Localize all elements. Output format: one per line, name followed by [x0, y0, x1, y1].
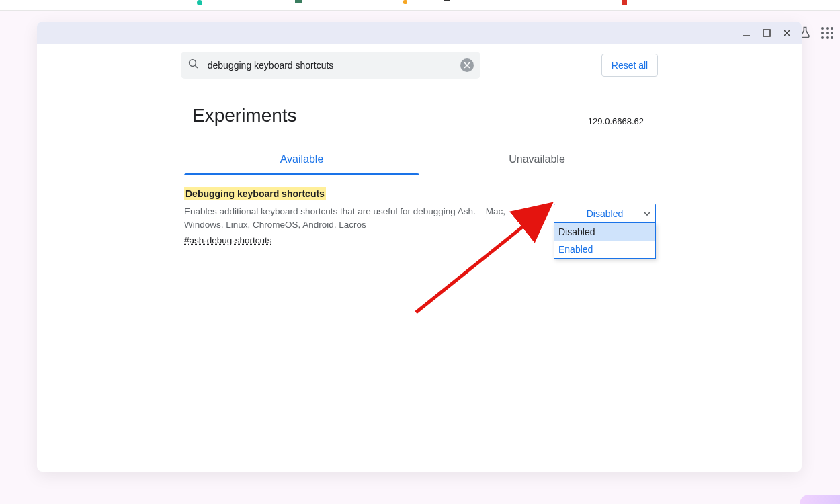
tab-bar: Available Unavailable	[184, 145, 655, 175]
browser-shelf	[0, 0, 840, 11]
reset-all-button[interactable]: Reset all	[601, 54, 658, 77]
flag-select[interactable]: Disabled Disabled Enabled	[554, 204, 655, 245]
flag-hash: #ash-debug-shortcuts	[184, 235, 538, 245]
flag-option-disabled[interactable]: Disabled	[554, 223, 655, 241]
header: Reset all	[37, 44, 802, 87]
svg-rect-1	[763, 30, 770, 36]
page-title: Experiments	[192, 105, 297, 126]
flag-option-enabled[interactable]: Enabled	[554, 241, 655, 258]
favicon-dot	[197, 0, 202, 5]
flag-dropdown[interactable]: Disabled Enabled	[554, 222, 656, 259]
favicon-dot	[403, 0, 407, 4]
maximize-button[interactable]	[760, 26, 773, 40]
window-titlebar	[37, 22, 802, 44]
favicon-dot	[622, 0, 627, 5]
favicon-dot	[295, 0, 302, 3]
minimize-button[interactable]	[740, 26, 753, 40]
svg-point-4	[189, 60, 196, 67]
flag-select-value: Disabled	[587, 208, 623, 219]
close-button[interactable]	[780, 26, 794, 40]
tab-available[interactable]: Available	[184, 145, 419, 175]
favicon-dot	[444, 0, 450, 5]
flag-select-box[interactable]: Disabled	[554, 204, 656, 224]
search-input[interactable]	[206, 59, 454, 71]
flag-row: Debugging keyboard shortcuts Enables add…	[184, 175, 655, 245]
search-box[interactable]	[181, 52, 480, 79]
decorative-blob	[800, 495, 840, 504]
tab-underline	[184, 173, 419, 175]
tab-unavailable[interactable]: Unavailable	[419, 145, 655, 175]
flag-hash-link[interactable]: #ash-debug-shortcuts	[184, 235, 272, 245]
clear-search-button[interactable]	[460, 58, 474, 72]
flags-window: Reset all Experiments 129.0.6668.62 Avai…	[37, 22, 802, 472]
chevron-down-icon	[643, 209, 651, 220]
content: Experiments 129.0.6668.62 Available Unav…	[184, 87, 655, 245]
version-label: 129.0.6668.62	[588, 116, 644, 126]
flag-title: Debugging keyboard shortcuts	[184, 187, 326, 200]
flag-description: Enables additional keyboard shortcuts th…	[184, 205, 538, 231]
search-icon	[187, 58, 200, 73]
more-apps-icon[interactable]	[821, 27, 833, 39]
svg-line-5	[195, 65, 198, 68]
